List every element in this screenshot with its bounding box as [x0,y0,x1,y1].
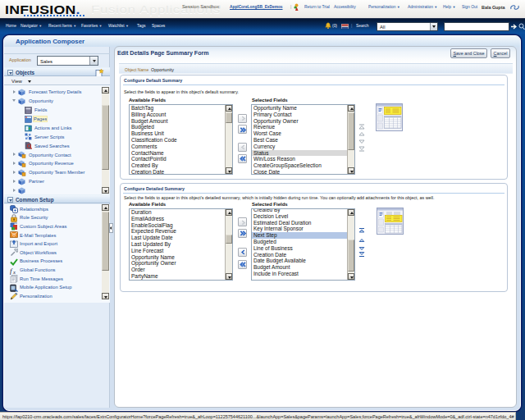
svg-text:x: x [12,269,16,275]
